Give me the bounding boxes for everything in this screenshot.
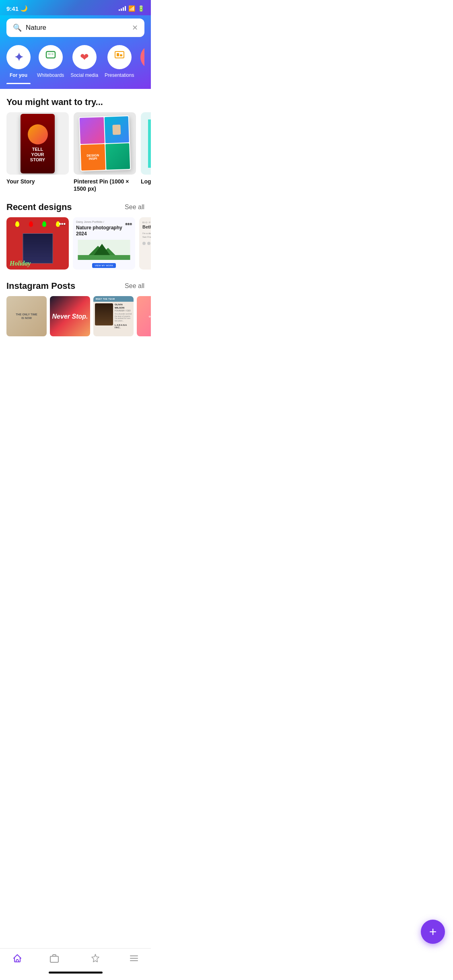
social-media-icon: ❤ xyxy=(80,51,89,64)
recent-designs-header: Recent designs See all xyxy=(0,200,151,217)
active-tab-indicator xyxy=(6,83,31,84)
bottom-spacer xyxy=(0,346,151,386)
try-section-title: You might want to try... xyxy=(0,89,151,112)
search-icon: 🔍 xyxy=(13,23,22,32)
wifi-icon: 📶 xyxy=(128,5,135,12)
card-menu-holiday[interactable]: ••• xyxy=(59,220,66,228)
card-menu-nature[interactable]: ••• xyxy=(125,220,132,228)
search-input[interactable]: Nature xyxy=(26,24,128,32)
instagram-card-never-stop[interactable]: Never Stop. xyxy=(50,296,90,336)
presentations-icon xyxy=(113,50,126,65)
clear-search-icon[interactable]: ✕ xyxy=(132,23,138,32)
instagram-card-partial[interactable]: old to try... xyxy=(137,296,151,336)
svg-rect-4 xyxy=(117,53,119,56)
team-member-photo xyxy=(95,303,113,325)
category-whiteboards[interactable]: Whiteboards xyxy=(37,45,64,89)
category-video[interactable]: ▶ Video xyxy=(140,45,144,89)
try-card-logo[interactable]: YOURBRAND Logo xyxy=(141,112,151,192)
social-icon-2 xyxy=(147,242,150,245)
header-area: 🔍 Nature ✕ ✦ For you xyxy=(0,15,151,89)
recent-designs-title: Recent designs xyxy=(6,202,72,212)
svg-rect-10 xyxy=(78,255,130,260)
category-presentations[interactable]: Presentations xyxy=(105,45,134,89)
main-content: You might want to try... TELLYOURSTORY Y… xyxy=(0,89,151,386)
svg-rect-1 xyxy=(48,53,51,55)
try-cards-row: TELLYOURSTORY Your Story DESIGNINSPI xyxy=(0,112,151,200)
instagram-card-meet-team[interactable]: MEET THE TEAM OLIVIA WILSON FOUNDER / CE… xyxy=(93,296,134,336)
category-for-you[interactable]: ✦ For you xyxy=(6,45,31,89)
recent-see-all-link[interactable]: See all xyxy=(125,204,144,211)
try-card-pinterest[interactable]: DESIGNINSPI Pinterest Pin (1000 × 1500 p… xyxy=(74,112,136,192)
signal-strength-icon xyxy=(119,6,126,11)
svg-rect-5 xyxy=(120,54,122,56)
recent-designs-row: Holiday ••• Daisy Jones Portfolio / Natu… xyxy=(0,217,151,279)
instagram-see-all-link[interactable]: See all xyxy=(125,282,144,290)
try-card-your-story[interactable]: TELLYOURSTORY Your Story xyxy=(6,112,69,192)
mountain-illustration xyxy=(76,240,132,260)
social-icon-1 xyxy=(142,242,146,245)
battery-icon: 🔋 xyxy=(138,5,144,12)
categories-row: ✦ For you Whiteboards ❤ xyxy=(6,45,144,89)
search-bar[interactable]: 🔍 Nature ✕ xyxy=(6,19,144,37)
for-you-icon: ✦ xyxy=(14,51,23,64)
instagram-posts-header: Instagram Posts See all xyxy=(0,279,151,296)
moon-icon: 🌙 xyxy=(20,5,28,12)
whiteboards-icon xyxy=(45,50,57,65)
status-icons: 📶 🔋 xyxy=(119,5,144,12)
instagram-posts-title: Instagram Posts xyxy=(6,281,75,291)
instagram-posts-row: THE ONLY TIME IS NOW Never Stop. MEET TH… xyxy=(0,296,151,346)
design-card-portfolio[interactable]: BIO PORTFOLIO Bethany Jones I'm a dedica… xyxy=(139,217,151,270)
svg-rect-2 xyxy=(51,53,54,55)
status-time: 9:41 🌙 xyxy=(6,5,28,12)
category-social-media[interactable]: ❤ Social media xyxy=(70,45,98,89)
status-bar: 9:41 🌙 📶 🔋 xyxy=(0,0,151,15)
instagram-card-sandy[interactable]: THE ONLY TIME IS NOW xyxy=(6,296,47,336)
svg-rect-3 xyxy=(115,51,124,58)
design-card-holiday[interactable]: Holiday ••• xyxy=(6,217,69,270)
design-card-nature[interactable]: Daisy Jones Portfolio / Nature photograp… xyxy=(73,217,135,270)
